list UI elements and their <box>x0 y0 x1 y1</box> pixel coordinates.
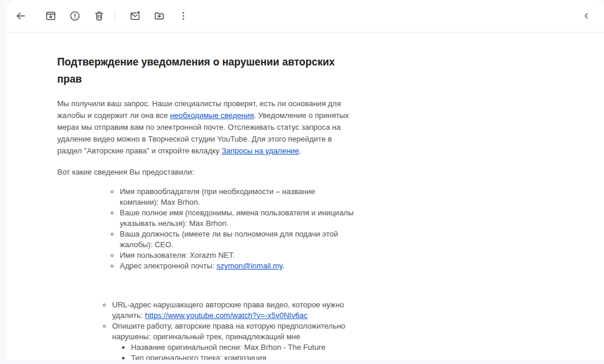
list-item: URL-адрес нарушающего авторские права ви… <box>112 300 347 321</box>
email-title: Подтверждение уведомления о нарушении ав… <box>57 54 356 88</box>
sub-list: Название оригинальной песни: Max Brhon -… <box>112 342 347 360</box>
list-item: Опишите работу, авторские права на котор… <box>112 321 347 360</box>
inline-link[interactable]: https://www.youtube.com/watch?v=-x5v0NIv… <box>145 311 308 320</box>
text-run: . <box>283 261 285 270</box>
email-toolbar <box>6 0 604 32</box>
inline-link[interactable]: необходимые сведения <box>170 111 254 120</box>
mark-unread-button[interactable] <box>123 4 147 28</box>
archive-button[interactable] <box>39 4 63 28</box>
mark-unread-icon <box>129 10 141 22</box>
chevron-left-icon <box>582 11 591 21</box>
text-run: . <box>299 146 301 155</box>
intro-paragraph: Мы получили ваш запрос. Наши специалисты… <box>57 98 356 157</box>
sub-list-item: Название оригинальной песни: Max Brhon -… <box>131 342 347 353</box>
details-list: Имя правообладателя (при необходимости –… <box>57 186 356 271</box>
list-item: Ваше полное имя (псевдонимы, имена польз… <box>120 208 356 229</box>
report-spam-icon <box>69 10 81 22</box>
text-run: Имя правообладателя (при необходимости –… <box>120 187 315 206</box>
arrow-back-icon <box>15 10 27 22</box>
inline-link[interactable]: szymon@inmail.my <box>216 261 283 270</box>
delete-button[interactable] <box>87 4 111 28</box>
text-run: Ваше полное имя (псевдонимы, имена польз… <box>120 208 353 228</box>
more-options-button[interactable] <box>172 4 195 28</box>
text-run: Ваша должность (имеете ли вы полномочия … <box>120 229 338 249</box>
back-button[interactable] <box>9 4 32 28</box>
sub-list-item: Тип оригинального трека: композиция <box>131 353 347 360</box>
removal-list: URL-адрес нарушающего авторские права ви… <box>57 300 347 360</box>
move-to-button[interactable] <box>147 4 171 28</box>
list-item: Ваша должность (имеете ли вы полномочия … <box>120 229 356 250</box>
text-run: Адрес электронной почты: <box>120 261 216 270</box>
inline-link[interactable]: Запросы на удаление <box>222 146 299 155</box>
more-options-icon <box>178 10 189 22</box>
archive-icon <box>45 10 57 22</box>
provided-heading: Вот какие сведения Вы предоставили: <box>57 166 356 178</box>
newer-conversation-button[interactable] <box>575 4 598 28</box>
text-run: Имя пользователя: Xorazm NET. <box>120 251 235 260</box>
toolbar-divider <box>114 10 115 22</box>
text-run: Опишите работу, авторские права на котор… <box>112 322 345 341</box>
email-reading-pane: Подтверждение уведомления о нарушении ав… <box>6 0 604 360</box>
email-content: Подтверждение уведомления о нарушении ав… <box>57 54 356 360</box>
trash-icon <box>93 10 105 22</box>
move-to-folder-icon <box>153 10 165 22</box>
report-spam-button[interactable] <box>63 4 87 28</box>
list-item: Имя пользователя: Xorazm NET. <box>120 250 356 261</box>
list-item: Имя правообладателя (при необходимости –… <box>120 186 356 208</box>
list-item: Адрес электронной почты: szymon@inmail.m… <box>120 261 356 271</box>
